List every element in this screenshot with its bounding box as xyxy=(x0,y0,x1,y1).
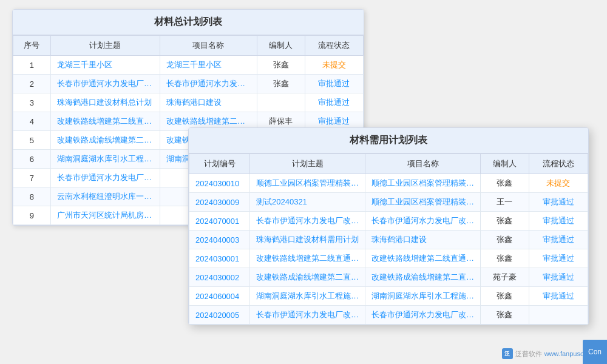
cell-theme[interactable]: 龙湖三千里小区 xyxy=(50,56,160,75)
corner-badge: Con xyxy=(583,340,607,364)
col-status: 流程状态 xyxy=(305,36,363,56)
cell-theme[interactable]: 湖南洞庭湖水库引水工程施工标材料总计划 xyxy=(50,150,160,169)
cell-theme[interactable]: 长春市伊通河水力发电厂改建工程合... xyxy=(250,212,365,231)
cell-status: 审批通过 xyxy=(529,193,588,212)
demand-table-container: 材料需用计划列表 计划编号 计划主题 项目名称 编制人 流程状态 2024030… xyxy=(188,127,589,325)
demand-table-title: 材料需用计划列表 xyxy=(189,128,588,153)
table-row: 2024060004 湖南洞庭湖水库引水工程施工标材... 湖南洞庭湖水库引水工… xyxy=(189,287,588,306)
cell-status: 未提交 xyxy=(305,56,363,75)
cell-editor: 张鑫 xyxy=(481,231,529,249)
table-row: 2 长春市伊通河水力发电厂改建工程合同材料... 长春市伊通河水力发电厂改建工程… xyxy=(13,75,364,93)
col-theme: 计划主题 xyxy=(250,154,365,174)
cell-theme[interactable]: 顺德工业园区档案管理精装饰工程（... xyxy=(250,174,365,193)
cell-editor: 王一 xyxy=(481,193,529,212)
cell-editor: 张鑫 xyxy=(481,249,529,268)
watermark-text: 泛普软件 xyxy=(515,349,542,359)
table-row: 2024040003 珠海鹤港口建设材料需用计划 珠海鹤港口建设 张鑫 审批通过 xyxy=(189,231,588,249)
table-row: 2024020005 长春市伊通河水力发电厂改建工程材... 长春市伊通河水力发… xyxy=(189,306,588,325)
table-row: 2024030001 改建铁路线增建第二线直通线（成都... 改建铁路线增建第二… xyxy=(189,249,588,268)
cell-id: 7 xyxy=(13,169,51,187)
cell-theme[interactable]: 珠海鹤港口建设材料总计划 xyxy=(50,93,160,112)
cell-project[interactable]: 改建铁路成渝线增建第二直通线（成... xyxy=(365,268,481,287)
demand-table-body: 2024030010 顺德工业园区档案管理精装饰工程（... 顺德工业园区档案管… xyxy=(189,174,588,325)
cell-id: 9 xyxy=(13,206,51,225)
table-row: 2024030002 改建铁路成渝线增建第二直通线（成... 改建铁路成渝线增建… xyxy=(189,268,588,287)
cell-status: 审批通过 xyxy=(305,75,363,93)
cell-project[interactable]: 长春市伊通河水力发电厂改建工程 xyxy=(365,212,481,231)
col-editor: 编制人 xyxy=(257,36,305,56)
cell-code[interactable]: 2024020005 xyxy=(189,306,250,325)
cell-editor: 张鑫 xyxy=(481,174,529,193)
cell-status: 审批通过 xyxy=(305,93,363,112)
cell-editor xyxy=(257,93,305,112)
col-id: 序号 xyxy=(13,36,51,56)
cell-project[interactable]: 顺德工业园区档案管理精装饰工程（... xyxy=(365,193,481,212)
cell-editor: 张鑫 xyxy=(257,56,305,75)
cell-theme[interactable]: 珠海鹤港口建设材料需用计划 xyxy=(250,231,365,249)
cell-editor: 张鑫 xyxy=(481,287,529,306)
table-row: 3 珠海鹤港口建设材料总计划 珠海鹤港口建设 审批通过 xyxy=(13,93,364,112)
cell-status: 审批通过 xyxy=(529,287,588,306)
summary-table-header: 序号 计划主题 项目名称 编制人 流程状态 xyxy=(13,36,364,56)
col-project: 项目名称 xyxy=(160,36,257,56)
cell-code[interactable]: 2024030010 xyxy=(189,174,250,193)
cell-project[interactable]: 顺德工业园区档案管理精装饰工程（... xyxy=(365,174,481,193)
cell-id: 4 xyxy=(13,112,51,131)
cell-project[interactable]: 珠海鹤港口建设 xyxy=(365,231,481,249)
cell-project[interactable]: 龙湖三千里小区 xyxy=(160,56,257,75)
cell-project[interactable]: 长春市伊通河水力发电厂改建工程 xyxy=(365,306,481,325)
cell-status: 未提交 xyxy=(529,174,588,193)
table-row: 2024030009 测试20240321 顺德工业园区档案管理精装饰工程（..… xyxy=(189,193,588,212)
cell-code[interactable]: 2024030001 xyxy=(189,249,250,268)
col-project: 项目名称 xyxy=(365,154,481,174)
cell-project[interactable]: 湖南洞庭湖水库引水工程施工标 xyxy=(365,287,481,306)
demand-table-header: 计划编号 计划主题 项目名称 编制人 流程状态 xyxy=(189,154,588,174)
cell-id: 1 xyxy=(13,56,51,75)
cell-code[interactable]: 2024070001 xyxy=(189,212,250,231)
cell-status: 审批通过 xyxy=(529,268,588,287)
cell-code[interactable]: 2024040003 xyxy=(189,231,250,249)
cell-theme[interactable]: 长春市伊通河水力发电厂改建工程合同材料... xyxy=(50,75,160,93)
col-theme: 计划主题 xyxy=(50,36,160,56)
col-code: 计划编号 xyxy=(189,154,250,174)
cell-theme[interactable]: 湖南洞庭湖水库引水工程施工标材... xyxy=(250,287,365,306)
cell-project[interactable]: 长春市伊通河水力发电厂改建工程 xyxy=(160,75,257,93)
cell-status xyxy=(529,306,588,325)
cell-theme[interactable]: 长春市伊通河水力发电厂改建工程材料总计划 xyxy=(50,169,160,187)
cell-theme[interactable]: 改建铁路成渝线增建第二直通线（成渝枢纽... xyxy=(50,131,160,150)
cell-id: 3 xyxy=(13,93,51,112)
cell-id: 8 xyxy=(13,187,51,206)
cell-project[interactable]: 珠海鹤港口建设 xyxy=(160,93,257,112)
cell-editor: 张鑫 xyxy=(257,75,305,93)
cell-theme[interactable]: 改建铁路线增建第二线直通线（成都-西安）... xyxy=(50,112,160,131)
cell-project[interactable]: 改建铁路线增建第二线直通线（成都... xyxy=(365,249,481,268)
cell-theme[interactable]: 改建铁路成渝线增建第二直通线（成... xyxy=(250,268,365,287)
cell-code[interactable]: 2024030009 xyxy=(189,193,250,212)
cell-theme[interactable]: 广州市天河区统计局机房改造项目材料总计划 xyxy=(50,206,160,225)
cell-id: 5 xyxy=(13,131,51,150)
cell-id: 2 xyxy=(13,75,51,93)
watermark-icon: 泛 xyxy=(502,348,513,359)
cell-id: 6 xyxy=(13,150,51,169)
cell-theme[interactable]: 测试20240321 xyxy=(250,193,365,212)
cell-code[interactable]: 2024030002 xyxy=(189,268,250,287)
demand-table: 计划编号 计划主题 项目名称 编制人 流程状态 2024030010 顺德工业园… xyxy=(189,153,588,325)
cell-theme[interactable]: 改建铁路线增建第二线直通线（成都... xyxy=(250,249,365,268)
table-row: 2024070001 长春市伊通河水力发电厂改建工程合... 长春市伊通河水力发… xyxy=(189,212,588,231)
cell-editor: 苑子豪 xyxy=(481,268,529,287)
col-status: 流程状态 xyxy=(529,154,588,174)
cell-editor: 张鑫 xyxy=(481,306,529,325)
cell-editor: 张鑫 xyxy=(481,212,529,231)
cell-code[interactable]: 2024060004 xyxy=(189,287,250,306)
table-row: 1 龙湖三千里小区 龙湖三千里小区 张鑫 未提交 xyxy=(13,56,364,75)
cell-status: 审批通过 xyxy=(529,249,588,268)
summary-table-title: 材料总计划列表 xyxy=(13,10,364,35)
cell-status: 审批通过 xyxy=(529,231,588,249)
cell-theme[interactable]: 云南水利枢纽澄明水库一期工程施工标材料... xyxy=(50,187,160,206)
cell-theme[interactable]: 长春市伊通河水力发电厂改建工程材... xyxy=(250,306,365,325)
table-row: 2024030010 顺德工业园区档案管理精装饰工程（... 顺德工业园区档案管… xyxy=(189,174,588,193)
cell-status: 审批通过 xyxy=(529,212,588,231)
col-editor: 编制人 xyxy=(481,154,529,174)
